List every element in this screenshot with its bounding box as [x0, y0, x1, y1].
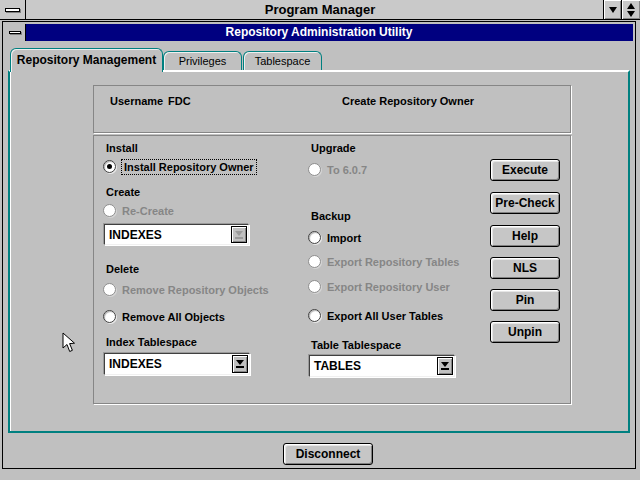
app-title: Repository Administration Utility [5, 24, 633, 41]
program-manager-title: Program Manager [0, 0, 640, 19]
restore-down-icon [627, 11, 635, 17]
app-titlebar: Repository Administration Utility [5, 24, 633, 41]
system-menu-icon [5, 8, 20, 12]
tab-tablespace[interactable]: Tablespace [243, 51, 322, 71]
mouse-pointer-icon [62, 332, 76, 354]
system-menu-button[interactable] [0, 0, 26, 19]
repository-admin-window: Repository Administration Utility Reposi… [2, 21, 636, 469]
minimize-button[interactable] [603, 0, 621, 19]
tab-page-panel [8, 70, 630, 433]
tab-privileges[interactable]: Privileges [163, 51, 242, 71]
minimize-icon [609, 7, 617, 13]
disconnect-button[interactable]: Disconnect [283, 443, 373, 465]
app-system-menu-button[interactable] [5, 24, 26, 41]
restore-button[interactable] [621, 0, 640, 19]
tab-repository-management[interactable]: Repository Management [10, 48, 163, 72]
program-manager-titlebar: Program Manager [0, 0, 640, 20]
app-system-menu-icon [9, 31, 21, 34]
screen: Program Manager Repository Administratio… [0, 0, 640, 480]
restore-up-icon [627, 3, 635, 9]
